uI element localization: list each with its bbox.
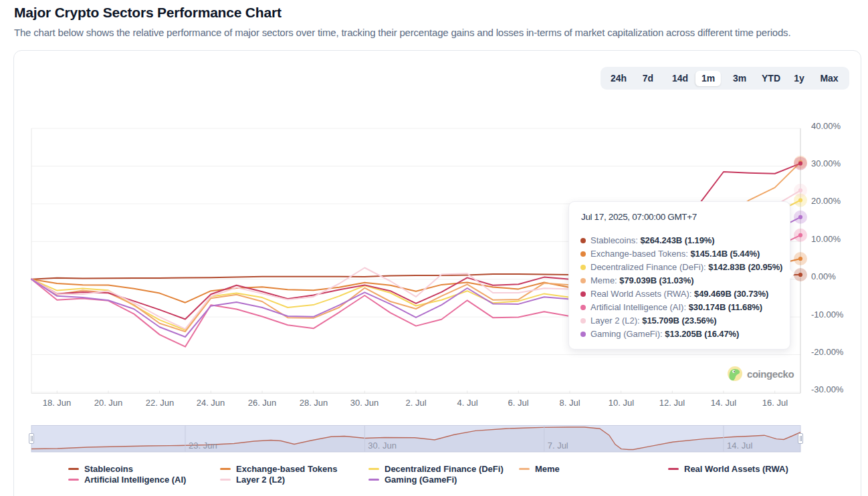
svg-text:7. Jul: 7. Jul (548, 441, 568, 451)
svg-text:14. Jul: 14. Jul (727, 441, 752, 451)
svg-text:30. Jun: 30. Jun (368, 441, 397, 451)
svg-text:23. Jun: 23. Jun (189, 441, 217, 451)
